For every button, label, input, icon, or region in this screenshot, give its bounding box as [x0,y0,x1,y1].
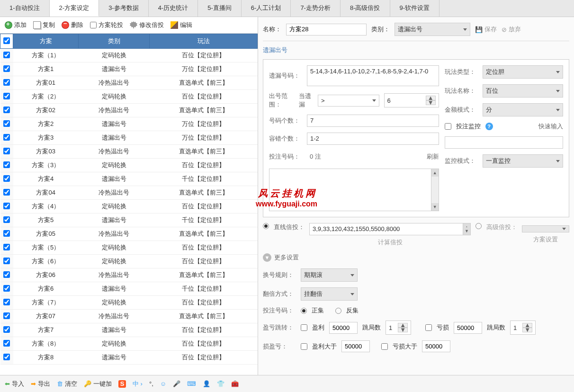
row-checkbox[interactable] [0,49,13,62]
switch-rule-select[interactable]: 期期滚 [301,268,358,282]
tab-8[interactable]: 9-软件设置 [390,0,440,17]
adv-multiplier-select[interactable] [522,225,569,232]
table-row[interactable]: 方案1遗漏出号万位【定位胆】 [0,62,258,76]
table-row[interactable]: 方案02冷热温出号直选单式【前三】 [0,104,258,117]
user-icon[interactable]: 👤 [203,380,210,387]
row-checkbox[interactable] [0,268,13,282]
row-checkbox[interactable] [0,310,13,323]
row-checkbox[interactable] [0,337,13,351]
table-row[interactable]: 方案（7）定码轮换百位【定位胆】 [0,296,258,310]
range-op-select[interactable]: > [318,95,379,107]
row-checkbox[interactable] [0,323,13,337]
row-checkbox[interactable] [0,214,13,227]
loss-gt-input[interactable] [422,340,450,352]
line-multiplier-radio[interactable] [263,223,269,229]
skin-icon[interactable]: 👕 [217,380,224,387]
row-checkbox[interactable] [0,241,13,255]
scrollbar[interactable]: ▲▼ [463,223,470,235]
row-checkbox[interactable] [0,282,13,296]
row-checkbox[interactable] [0,131,13,145]
table-row[interactable]: 方案2遗漏出号万位【定位胆】 [0,117,258,131]
category-select[interactable]: 遗漏出号 [395,23,470,36]
count-input[interactable]: 7 [307,115,439,127]
ime-cn-icon[interactable]: 中 › [133,380,143,388]
adv-multiplier-radio[interactable] [475,223,482,229]
tab-1[interactable]: 2-方案设定 [50,0,99,17]
row-checkbox[interactable] [0,76,13,90]
add-button[interactable]: 添加 [5,21,27,29]
clear-button[interactable]: 🗑清空 [57,380,77,388]
mic-icon[interactable]: 🎤 [173,380,180,387]
table-row[interactable]: 方案（6）定码轮换百位【定位胆】 [0,255,258,268]
loss-jump-spinner[interactable]: 1▲▼ [510,321,536,335]
tab-4[interactable]: 5-直播间 [198,0,242,17]
tab-3[interactable]: 4-历史统计 [149,0,198,17]
row-checkbox[interactable] [0,227,13,241]
miss-code-input[interactable]: 5-14,3-14,6-11,0-10,2-7,1-6,8-5,9-2,4-1,… [307,65,439,86]
delete-button[interactable]: 删除 [62,21,83,29]
range-val-spinner[interactable]: 6▲▼ [384,93,439,107]
modify-multiplier-button[interactable]: 修改倍投 [130,21,164,29]
row-checkbox[interactable] [0,145,13,159]
help-icon[interactable]: ? [485,123,493,130]
edit-button[interactable]: 编辑 [170,21,192,29]
row-checkbox[interactable] [0,351,13,365]
table-row[interactable]: 方案（4）定码轮换百位【定位胆】 [0,200,258,214]
save-button[interactable]: 💾保存 [475,25,497,34]
table-row[interactable]: 方案5遗漏出号千位【定位胆】 [0,214,258,227]
toolbox-icon[interactable]: 🧰 [231,380,239,387]
profit-gt-checkbox[interactable] [301,343,307,350]
loss-input[interactable] [454,322,482,334]
positive-radio[interactable] [301,308,307,314]
row-checkbox[interactable] [0,104,13,117]
row-checkbox[interactable] [0,172,13,186]
calc-multiplier-link[interactable]: 计算倍投 [309,238,471,247]
profit-input[interactable] [329,322,358,334]
row-checkbox[interactable] [0,62,13,76]
profit-gt-input[interactable] [341,340,370,352]
table-row[interactable]: 方案（1）定码轮换百位【定位胆】 [0,49,258,62]
negative-radio[interactable] [335,308,341,314]
tab-6[interactable]: 7-走势分析 [291,0,341,17]
table-row[interactable]: 方案6遗漏出号千位【定位胆】 [0,282,258,296]
tab-2[interactable]: 3-参考数据 [99,0,149,17]
table-row[interactable]: 方案07冷热温出号直选单式【前三】 [0,310,258,323]
onekey-button[interactable]: 🔑一键加 [84,380,112,388]
export-button[interactable]: ➡导出 [31,380,50,388]
more-settings-toggle[interactable]: ▼ 更多设置 [263,253,569,262]
tab-5[interactable]: 6-人工计划 [242,0,291,17]
row-checkbox[interactable] [0,255,13,268]
name-input[interactable] [286,24,367,36]
loss-gt-checkbox[interactable] [381,343,388,350]
quick-input-link[interactable]: 快速输入 [538,122,563,131]
row-checkbox[interactable] [0,296,13,310]
discard-button[interactable]: ⊘放弃 [502,25,521,34]
profit-jump-spinner[interactable]: 1▲▼ [386,321,411,335]
tab-7[interactable]: 8-高级倍投 [341,0,390,17]
import-button[interactable]: ⬅导入 [5,380,24,388]
refresh-link[interactable]: 刷新 [427,152,439,161]
table-row[interactable]: 方案（5）定码轮换百位【定位胆】 [0,241,258,255]
table-row[interactable]: 方案4遗漏出号千位【定位胆】 [0,172,258,186]
row-checkbox[interactable] [0,90,13,104]
table-row[interactable]: 方案01冷热温出号直选单式【前三】 [0,76,258,90]
table-row[interactable]: 方案05冷热温出号直选单式【前三】 [0,227,258,241]
table-row[interactable]: 方案（8）定码轮换百位【定位胆】 [0,337,258,351]
amount-mode-select[interactable]: 分 [483,103,563,116]
error-input[interactable]: 1-2 [307,133,439,145]
bet-monitor-checkbox[interactable] [445,123,451,130]
plan-setting-link[interactable]: 方案设置 [522,235,569,244]
copy-button[interactable]: 复制 [33,21,55,29]
smile-icon[interactable]: ☺ [160,380,166,387]
loss-checkbox[interactable] [425,324,432,331]
play-type-select[interactable]: 定位胆 [483,65,563,79]
profit-checkbox[interactable] [301,324,307,331]
monitor-mode-select[interactable]: 一直监控 [483,154,563,168]
bet-code-textarea[interactable]: ▲▼ [269,169,439,211]
line-multiplier-input[interactable]: 3,9,33,120,432,1550,5500,8000 ▲▼ [309,223,471,235]
table-row[interactable]: 方案04冷热温出号直选单式【前三】 [0,186,258,200]
table-row[interactable]: 方案8遗漏出号百位【定位胆】 [0,351,258,365]
row-checkbox[interactable] [0,117,13,131]
scrollbar[interactable]: ▲▼ [431,169,439,211]
row-checkbox[interactable] [0,186,13,200]
